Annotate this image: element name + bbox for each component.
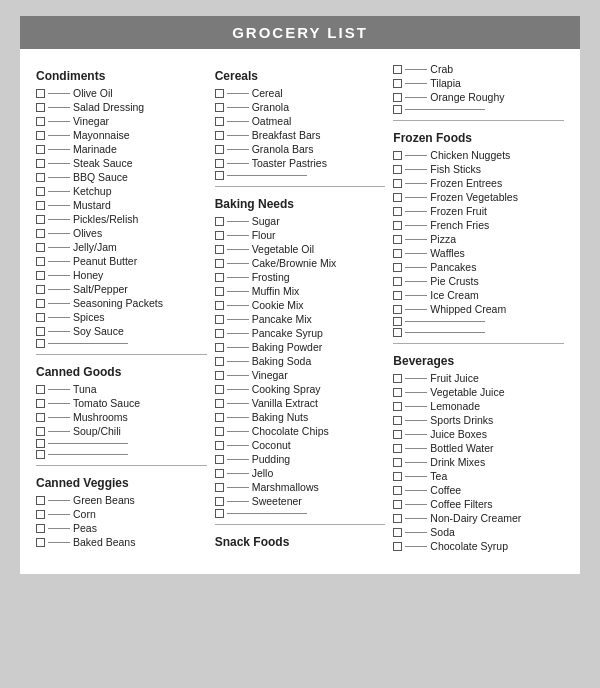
checkbox-icon[interactable]	[36, 271, 45, 280]
checkbox-icon[interactable]	[393, 249, 402, 258]
checkbox-icon[interactable]	[393, 528, 402, 537]
checkbox-icon[interactable]	[36, 257, 45, 266]
checkbox-icon[interactable]	[215, 371, 224, 380]
checkbox-icon[interactable]	[393, 500, 402, 509]
checkbox-icon[interactable]	[215, 117, 224, 126]
checkbox-icon[interactable]	[36, 450, 45, 459]
checkbox-icon[interactable]	[36, 215, 45, 224]
checkbox-icon[interactable]	[36, 299, 45, 308]
checkbox-icon[interactable]	[215, 259, 224, 268]
checkbox-icon[interactable]	[393, 472, 402, 481]
checkbox-icon[interactable]	[36, 187, 45, 196]
checkbox-icon[interactable]	[215, 231, 224, 240]
checkbox-icon[interactable]	[393, 221, 402, 230]
checkbox-icon[interactable]	[215, 315, 224, 324]
checkbox-icon[interactable]	[36, 131, 45, 140]
checkbox-icon[interactable]	[36, 327, 45, 336]
checkbox-icon[interactable]	[393, 542, 402, 551]
list-item: Frosting	[215, 271, 386, 283]
checkbox-icon[interactable]	[393, 291, 402, 300]
fill-line	[227, 249, 249, 250]
checkbox-icon[interactable]	[36, 229, 45, 238]
checkbox-icon[interactable]	[393, 486, 402, 495]
checkbox-icon[interactable]	[36, 538, 45, 547]
checkbox-icon[interactable]	[393, 193, 402, 202]
checkbox-icon[interactable]	[215, 343, 224, 352]
checkbox-icon[interactable]	[215, 217, 224, 226]
checkbox-icon[interactable]	[36, 439, 45, 448]
checkbox-icon[interactable]	[36, 427, 45, 436]
checkbox-icon[interactable]	[215, 399, 224, 408]
checkbox-icon[interactable]	[393, 65, 402, 74]
checkbox-icon[interactable]	[215, 145, 224, 154]
checkbox-icon[interactable]	[215, 455, 224, 464]
checkbox-icon[interactable]	[36, 159, 45, 168]
checkbox-icon[interactable]	[393, 79, 402, 88]
checkbox-icon[interactable]	[215, 469, 224, 478]
checkbox-icon[interactable]	[393, 444, 402, 453]
checkbox-icon[interactable]	[36, 103, 45, 112]
fill-line	[405, 546, 427, 547]
checkbox-icon[interactable]	[215, 245, 224, 254]
checkbox-icon[interactable]	[36, 201, 45, 210]
checkbox-icon[interactable]	[36, 413, 45, 422]
checkbox-icon[interactable]	[393, 207, 402, 216]
checkbox-icon[interactable]	[393, 93, 402, 102]
checkbox-icon[interactable]	[215, 413, 224, 422]
checkbox-icon[interactable]	[393, 151, 402, 160]
checkbox-icon[interactable]	[215, 497, 224, 506]
checkbox-icon[interactable]	[215, 509, 224, 518]
checkbox-icon[interactable]	[215, 441, 224, 450]
item-label: Baking Nuts	[252, 411, 309, 423]
checkbox-icon[interactable]	[393, 105, 402, 114]
checkbox-icon[interactable]	[393, 458, 402, 467]
checkbox-icon[interactable]	[36, 313, 45, 322]
checkbox-icon[interactable]	[393, 416, 402, 425]
checkbox-icon[interactable]	[36, 89, 45, 98]
checkbox-icon[interactable]	[393, 277, 402, 286]
checkbox-icon[interactable]	[215, 329, 224, 338]
checkbox-icon[interactable]	[215, 301, 224, 310]
checkbox-icon[interactable]	[36, 243, 45, 252]
checkbox-icon[interactable]	[36, 145, 45, 154]
checkbox-icon[interactable]	[393, 374, 402, 383]
item-label: Pancakes	[430, 261, 476, 273]
write-line	[405, 332, 485, 333]
checkbox-icon[interactable]	[393, 317, 402, 326]
checkbox-icon[interactable]	[215, 159, 224, 168]
checkbox-icon[interactable]	[36, 117, 45, 126]
fill-line	[405, 448, 427, 449]
checkbox-icon[interactable]	[215, 103, 224, 112]
checkbox-icon[interactable]	[215, 287, 224, 296]
checkbox-icon[interactable]	[215, 357, 224, 366]
checkbox-icon[interactable]	[393, 179, 402, 188]
checkbox-icon[interactable]	[393, 235, 402, 244]
checkbox-icon[interactable]	[36, 339, 45, 348]
item-label: Mushrooms	[73, 411, 128, 423]
checkbox-icon[interactable]	[393, 263, 402, 272]
checkbox-icon[interactable]	[393, 430, 402, 439]
checkbox-icon[interactable]	[393, 402, 402, 411]
checkbox-icon[interactable]	[215, 427, 224, 436]
checkbox-icon[interactable]	[215, 89, 224, 98]
checkbox-icon[interactable]	[215, 483, 224, 492]
checkbox-icon[interactable]	[393, 514, 402, 523]
checkbox-icon[interactable]	[215, 385, 224, 394]
fill-line	[227, 221, 249, 222]
checkbox-icon[interactable]	[393, 165, 402, 174]
checkbox-icon[interactable]	[393, 305, 402, 314]
checkbox-icon[interactable]	[36, 285, 45, 294]
checkbox-icon[interactable]	[36, 496, 45, 505]
checkbox-icon[interactable]	[215, 171, 224, 180]
checkbox-icon[interactable]	[215, 131, 224, 140]
checkbox-icon[interactable]	[36, 385, 45, 394]
section-title-3-2: Frozen Foods	[393, 131, 564, 145]
checkbox-icon[interactable]	[393, 328, 402, 337]
checkbox-icon[interactable]	[215, 273, 224, 282]
fill-line	[405, 518, 427, 519]
checkbox-icon[interactable]	[36, 399, 45, 408]
checkbox-icon[interactable]	[393, 388, 402, 397]
checkbox-icon[interactable]	[36, 173, 45, 182]
checkbox-icon[interactable]	[36, 510, 45, 519]
checkbox-icon[interactable]	[36, 524, 45, 533]
